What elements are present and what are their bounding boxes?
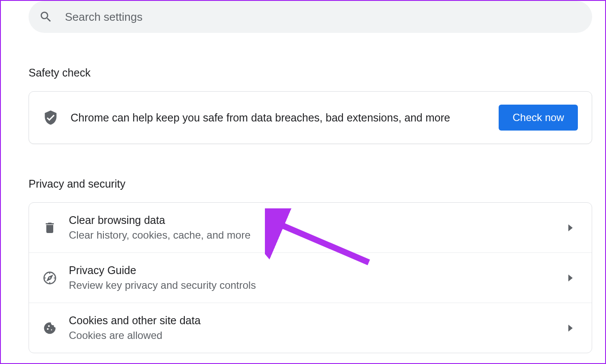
item-title: Privacy Guide bbox=[69, 264, 568, 277]
compass-icon bbox=[43, 270, 57, 286]
safety-check-title: Safety check bbox=[29, 67, 605, 79]
search-icon bbox=[39, 10, 53, 24]
cookie-icon bbox=[43, 320, 57, 336]
safety-check-description: Chrome can help keep you safe from data … bbox=[71, 112, 499, 124]
item-title: Clear browsing data bbox=[69, 214, 568, 227]
check-now-button[interactable]: Check now bbox=[499, 105, 578, 131]
privacy-security-title: Privacy and security bbox=[29, 178, 605, 190]
item-title: Cookies and other site data bbox=[69, 314, 568, 327]
chevron-right-icon bbox=[568, 224, 573, 231]
shield-check-icon bbox=[43, 109, 58, 127]
safety-check-card: Chrome can help keep you safe from data … bbox=[29, 91, 592, 144]
item-subtitle: Review key privacy and security controls bbox=[69, 279, 568, 291]
item-text: Cookies and other site data Cookies are … bbox=[69, 314, 568, 342]
clear-browsing-data-item[interactable]: Clear browsing data Clear history, cooki… bbox=[29, 203, 592, 253]
chevron-right-icon bbox=[568, 325, 573, 332]
chevron-right-icon bbox=[568, 275, 573, 281]
privacy-guide-item[interactable]: Privacy Guide Review key privacy and sec… bbox=[29, 253, 592, 303]
privacy-security-list: Clear browsing data Clear history, cooki… bbox=[29, 202, 592, 353]
item-text: Privacy Guide Review key privacy and sec… bbox=[69, 264, 568, 291]
search-bar[interactable] bbox=[29, 1, 592, 33]
cookies-item[interactable]: Cookies and other site data Cookies are … bbox=[29, 303, 592, 353]
item-text: Clear browsing data Clear history, cooki… bbox=[69, 214, 568, 241]
item-subtitle: Clear history, cookies, cache, and more bbox=[69, 229, 568, 241]
search-input[interactable] bbox=[65, 10, 582, 24]
item-subtitle: Cookies are allowed bbox=[69, 329, 568, 342]
trash-icon bbox=[43, 220, 57, 236]
